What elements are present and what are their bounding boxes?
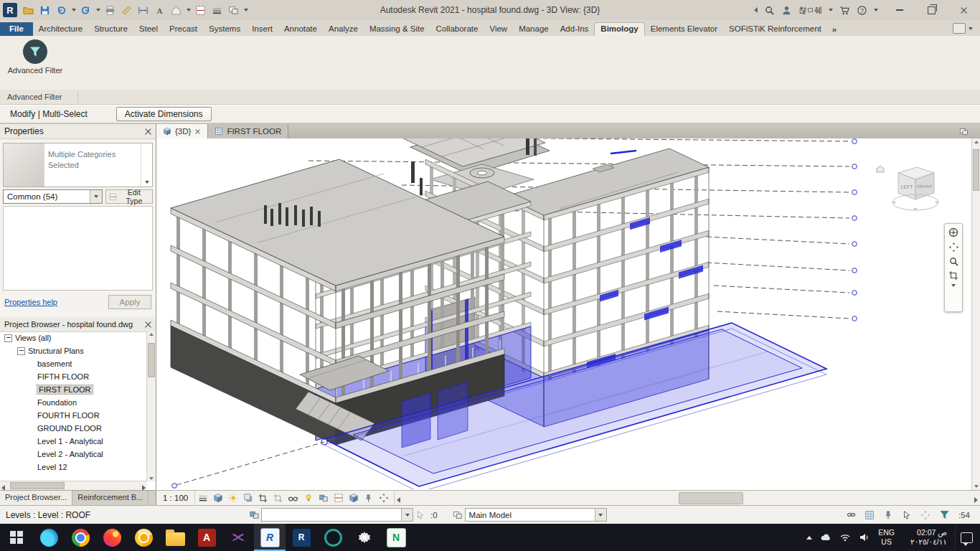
tab-overflow-chevron[interactable]: » — [827, 23, 842, 36]
close-view-tab-icon[interactable] — [196, 129, 201, 134]
reveal-constraints-icon[interactable] — [361, 491, 376, 505]
action-center-icon[interactable] — [955, 524, 977, 551]
advanced-filter-button[interactable]: Advanced Filter — [7, 39, 63, 85]
project-browser-close-icon[interactable] — [145, 321, 151, 328]
zoom-icon[interactable] — [948, 256, 959, 267]
revit-app-icon[interactable]: R — [3, 3, 17, 17]
user-dropdown-icon[interactable] — [829, 9, 833, 11]
redo-dropdown-icon[interactable] — [95, 9, 101, 11]
taskbar-app-settings[interactable] — [349, 524, 380, 551]
tree-item-ground-floor[interactable]: GROUND FLOOR — [0, 422, 147, 435]
taskbar-app-revit-alt[interactable]: R — [286, 524, 317, 551]
tree-item-level1-analytical[interactable]: Level 1 - Analytical — [0, 435, 147, 448]
category-filter-combo[interactable]: Common (54) — [3, 189, 103, 204]
switch-windows-icon[interactable] — [226, 3, 241, 18]
properties-close-icon[interactable] — [145, 128, 151, 135]
activate-dimensions-button[interactable]: Activate Dimensions — [116, 107, 212, 121]
properties-help-link[interactable]: Properties help — [4, 298, 57, 306]
basement-wall[interactable] — [171, 326, 336, 445]
tab-collaborate[interactable]: Collaborate — [430, 22, 484, 36]
scrollbar-thumb[interactable] — [973, 149, 979, 191]
worksharing-display-icon[interactable] — [316, 491, 331, 505]
tab-precast[interactable]: Precast — [164, 22, 203, 36]
select-by-face-icon[interactable] — [900, 510, 914, 520]
tab-insert[interactable]: Insert — [246, 22, 278, 36]
undo-icon[interactable] — [54, 3, 69, 18]
scrollbar-thumb[interactable] — [148, 343, 155, 377]
detail-level-icon[interactable] — [195, 491, 210, 505]
3d-view-dropdown-icon[interactable] — [185, 9, 192, 11]
tree-item-fifth-floor[interactable]: FIFTH FLOOR — [0, 370, 147, 383]
redo-icon[interactable] — [78, 3, 93, 18]
browser-horizontal-scrollbar[interactable] — [0, 481, 147, 490]
scrollbar-thumb[interactable] — [10, 482, 65, 489]
tab-architecture[interactable]: Architecture — [33, 22, 88, 36]
tree-item-level2-analytical[interactable]: Level 2 - Analytical — [0, 448, 147, 461]
filter-icon[interactable] — [937, 509, 951, 520]
select-pinned-icon[interactable] — [881, 510, 895, 520]
view-tab-first-floor[interactable]: FIRST FLOOR — [208, 124, 288, 138]
editing-requests-icon[interactable] — [413, 510, 428, 520]
measure-icon[interactable] — [119, 3, 134, 18]
edit-type-button[interactable]: Edit Type — [105, 189, 153, 204]
tab-analyze[interactable]: Analyze — [323, 22, 364, 36]
tree-item-views-all[interactable]: Views (all) — [0, 331, 147, 344]
visual-style-icon[interactable] — [210, 491, 225, 505]
tab-elements-elevator[interactable]: Elements Elevator — [645, 22, 723, 36]
default-3d-view-icon[interactable] — [169, 3, 184, 18]
3d-viewport[interactable] — [156, 138, 971, 489]
taskbar-app-autocad[interactable]: A — [191, 524, 222, 551]
collapse-infocenter-icon[interactable] — [754, 7, 758, 13]
signed-in-user[interactable]: 챦ㅁ췌 — [798, 5, 822, 16]
print-icon[interactable] — [103, 3, 118, 18]
text-icon[interactable] — [152, 3, 167, 18]
property-grid[interactable] — [3, 206, 153, 291]
tab-systems[interactable]: Systems — [203, 22, 246, 36]
tab-bimology[interactable]: Bimology — [594, 22, 644, 36]
tree-item-fourth-floor[interactable]: FOURTH FLOOR — [0, 409, 147, 422]
save-icon[interactable] — [37, 3, 52, 18]
tab-structure[interactable]: Structure — [88, 22, 133, 36]
collapse-icon[interactable] — [17, 347, 25, 355]
tab-add-ins[interactable]: Add-Ins — [555, 22, 595, 36]
taskbar-app-chrome[interactable] — [65, 524, 96, 551]
tree-item-basement[interactable]: basement — [0, 357, 147, 370]
tray-network-icon[interactable] — [839, 532, 851, 543]
taskbar-app-chrome-secondary[interactable] — [128, 524, 159, 551]
tree-item-first-floor[interactable]: FIRST FLOOR — [0, 383, 147, 396]
drawing-area[interactable]: LEFT FRONT — [156, 138, 971, 489]
browser-vertical-scrollbar[interactable] — [146, 331, 156, 481]
taskbar-app-navisworks[interactable]: N — [380, 524, 412, 551]
viewcube[interactable]: LEFT FRONT — [871, 159, 950, 217]
ribbon-display-dropdown-icon[interactable] — [969, 27, 973, 30]
type-selector-dropdown-icon[interactable] — [141, 143, 152, 187]
viewcube-left-face[interactable]: LEFT — [900, 184, 913, 189]
tree-item-level12[interactable]: Level 12 — [0, 461, 147, 474]
shadows-icon[interactable] — [240, 491, 255, 505]
show-crop-region-icon[interactable] — [270, 491, 286, 505]
language-indicator[interactable]: ENG US — [878, 528, 895, 546]
full-navigation-wheel-icon[interactable] — [948, 227, 959, 238]
viewcube-front-face[interactable]: FRONT — [917, 184, 933, 189]
thin-lines-icon[interactable] — [209, 3, 225, 18]
tab-sofistik[interactable]: SOFiSTiK Reinforcement — [723, 22, 827, 36]
design-options-combo[interactable]: Main Model — [465, 508, 607, 522]
show-analytical-model-icon[interactable] — [346, 491, 361, 505]
design-options-icon[interactable] — [451, 510, 465, 520]
app-store-icon[interactable] — [839, 5, 850, 16]
canvas-vertical-scrollbar[interactable] — [971, 138, 980, 490]
view-tab-3d[interactable]: {3D} — [156, 124, 208, 138]
sun-path-icon[interactable] — [225, 491, 240, 505]
worksets-icon[interactable] — [247, 509, 261, 520]
taskbar-app-cm[interactable] — [317, 524, 349, 551]
tab-annotate[interactable]: Annotate — [278, 22, 323, 36]
section-icon[interactable] — [193, 3, 208, 18]
view-tab-options-icon[interactable] — [959, 127, 969, 136]
taskbar-app-file-explorer[interactable] — [159, 524, 191, 551]
tray-cloud-icon[interactable] — [820, 532, 831, 543]
tower-roof[interactable] — [504, 149, 709, 215]
tab-steel[interactable]: Steel — [133, 22, 164, 36]
view-scale-button[interactable]: 1 : 100 — [156, 491, 195, 505]
level-markers[interactable] — [852, 139, 857, 321]
hidden-icons-chevron[interactable] — [806, 536, 812, 540]
